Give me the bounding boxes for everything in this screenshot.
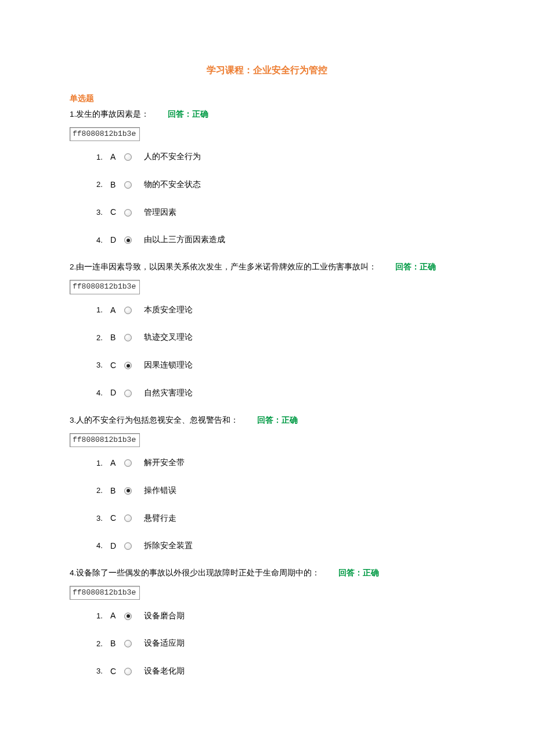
option-text: 操作错误	[144, 485, 176, 496]
option-index: 3.	[96, 360, 110, 370]
question-stem: 3.人的不安全行为包括忽视安全、忽视警告和：回答：正确	[70, 415, 464, 426]
option-letter: B	[110, 485, 124, 497]
radio-wrap[interactable]	[124, 487, 144, 495]
radio-wrap[interactable]	[124, 236, 144, 244]
radio-wrap[interactable]	[124, 362, 144, 369]
option-row[interactable]: 2.B操作错误	[96, 485, 464, 497]
radio-wrap[interactable]	[124, 307, 144, 314]
option-letter: B	[110, 179, 124, 191]
question-text: 发生的事故因素是：	[76, 110, 149, 118]
option-index: 2.	[96, 485, 110, 496]
radio-icon[interactable]	[124, 542, 132, 550]
answer-status: 回答：正确	[257, 416, 298, 424]
radio-wrap[interactable]	[124, 668, 144, 675]
option-text: 设备磨合期	[144, 611, 185, 622]
option-row[interactable]: 3.C因果连锁理论	[96, 360, 464, 372]
radio-wrap[interactable]	[124, 209, 144, 217]
radio-icon[interactable]	[124, 390, 132, 397]
option-row[interactable]: 1.A人的不安全行为	[96, 152, 464, 163]
question-text: 人的不安全行为包括忽视安全、忽视警告和：	[76, 416, 239, 424]
option-letter: C	[110, 360, 124, 372]
radio-icon[interactable]	[124, 236, 132, 244]
radio-icon[interactable]	[124, 640, 132, 647]
option-text: 设备老化期	[144, 666, 185, 677]
option-text: 轨迹交叉理论	[144, 332, 193, 343]
radio-icon[interactable]	[124, 514, 132, 522]
option-letter: B	[110, 332, 124, 344]
radio-icon[interactable]	[124, 307, 132, 314]
radio-icon[interactable]	[124, 668, 132, 675]
option-text: 物的不安全状态	[144, 179, 201, 190]
option-letter: D	[110, 387, 124, 399]
options-list: 1.A设备磨合期2.B设备适应期3.C设备老化期	[70, 610, 464, 677]
option-index: 1.	[96, 152, 110, 163]
question-text: 由一连串因素导致，以因果关系依次发生，产生多米诺骨牌效应的工业伤害事故叫：	[76, 262, 377, 271]
page-title: 学习课程：企业安全行为管控	[70, 64, 464, 77]
question-text: 设备除了一些偶发的事故以外很少出现故障时正处于生命周期中的：	[76, 568, 320, 577]
question-stem: 2.由一连串因素导致，以因果关系依次发生，产生多米诺骨牌效应的工业伤害事故叫：回…	[70, 262, 464, 273]
option-text: 解开安全带	[144, 458, 185, 469]
radio-icon[interactable]	[124, 153, 132, 161]
question-number: 2.	[70, 262, 76, 271]
option-letter: C	[110, 513, 124, 524]
option-index: 3.	[96, 666, 110, 676]
option-row[interactable]: 2.B物的不安全状态	[96, 179, 464, 191]
option-index: 2.	[96, 179, 110, 190]
option-letter: C	[110, 666, 124, 678]
option-row[interactable]: 1.A解开安全带	[96, 458, 464, 469]
option-row[interactable]: 3.C悬臂行走	[96, 513, 464, 524]
code-input[interactable]: ff8080812b1b3e	[70, 433, 140, 447]
option-text: 设备适应期	[144, 638, 185, 649]
radio-icon[interactable]	[124, 181, 132, 189]
option-index: 2.	[96, 333, 110, 343]
radio-wrap[interactable]	[124, 459, 144, 467]
option-row[interactable]: 4.D自然灾害理论	[96, 387, 464, 399]
option-text: 本质安全理论	[144, 305, 193, 316]
radio-icon[interactable]	[124, 487, 132, 495]
option-index: 2.	[96, 639, 110, 649]
option-row[interactable]: 3.C管理因素	[96, 207, 464, 218]
code-input[interactable]: ff8080812b1b3e	[70, 280, 140, 294]
section-heading: 单选题	[70, 93, 464, 105]
option-text: 自然灾害理论	[144, 388, 193, 399]
radio-icon[interactable]	[124, 459, 132, 467]
code-input[interactable]: ff8080812b1b3e	[70, 127, 140, 141]
radio-icon[interactable]	[124, 613, 132, 620]
question-block: 2.由一连串因素导致，以因果关系依次发生，产生多米诺骨牌效应的工业伤害事故叫：回…	[70, 262, 464, 398]
option-letter: A	[110, 152, 124, 163]
options-list: 1.A人的不安全行为2.B物的不安全状态3.C管理因素4.D由以上三方面因素造成	[70, 152, 464, 246]
option-row[interactable]: 1.A设备磨合期	[96, 610, 464, 622]
option-row[interactable]: 2.B设备适应期	[96, 638, 464, 650]
radio-wrap[interactable]	[124, 514, 144, 522]
option-row[interactable]: 4.D由以上三方面因素造成	[96, 235, 464, 246]
radio-wrap[interactable]	[124, 334, 144, 341]
options-list: 1.A本质安全理论2.B轨迹交叉理论3.C因果连锁理论4.D自然灾害理论	[70, 305, 464, 399]
radio-wrap[interactable]	[124, 542, 144, 550]
option-row[interactable]: 2.B轨迹交叉理论	[96, 332, 464, 344]
radio-icon[interactable]	[124, 334, 132, 341]
radio-wrap[interactable]	[124, 613, 144, 620]
option-row[interactable]: 1.A本质安全理论	[96, 305, 464, 316]
option-letter: D	[110, 235, 124, 246]
question-stem: 4.设备除了一些偶发的事故以外很少出现故障时正处于生命周期中的：回答：正确	[70, 568, 464, 579]
radio-wrap[interactable]	[124, 181, 144, 189]
code-input[interactable]: ff8080812b1b3e	[70, 586, 140, 600]
radio-wrap[interactable]	[124, 390, 144, 397]
option-text: 拆除安全装置	[144, 541, 193, 552]
option-row[interactable]: 3.C设备老化期	[96, 666, 464, 678]
answer-status: 回答：正确	[395, 262, 436, 271]
question-block: 4.设备除了一些偶发的事故以外很少出现故障时正处于生命周期中的：回答：正确ff8…	[70, 568, 464, 677]
radio-wrap[interactable]	[124, 640, 144, 647]
option-row[interactable]: 4.D拆除安全装置	[96, 541, 464, 552]
radio-icon[interactable]	[124, 362, 132, 369]
option-index: 4.	[96, 235, 110, 246]
option-index: 1.	[96, 458, 110, 469]
option-text: 因果连锁理论	[144, 360, 193, 371]
option-letter: A	[110, 458, 124, 469]
option-text: 管理因素	[144, 207, 176, 218]
option-index: 4.	[96, 388, 110, 398]
question-number: 3.	[70, 416, 76, 424]
radio-wrap[interactable]	[124, 153, 144, 161]
questions-container: 1.发生的事故因素是：回答：正确ff8080812b1b3e1.A人的不安全行为…	[70, 109, 464, 677]
radio-icon[interactable]	[124, 209, 132, 217]
